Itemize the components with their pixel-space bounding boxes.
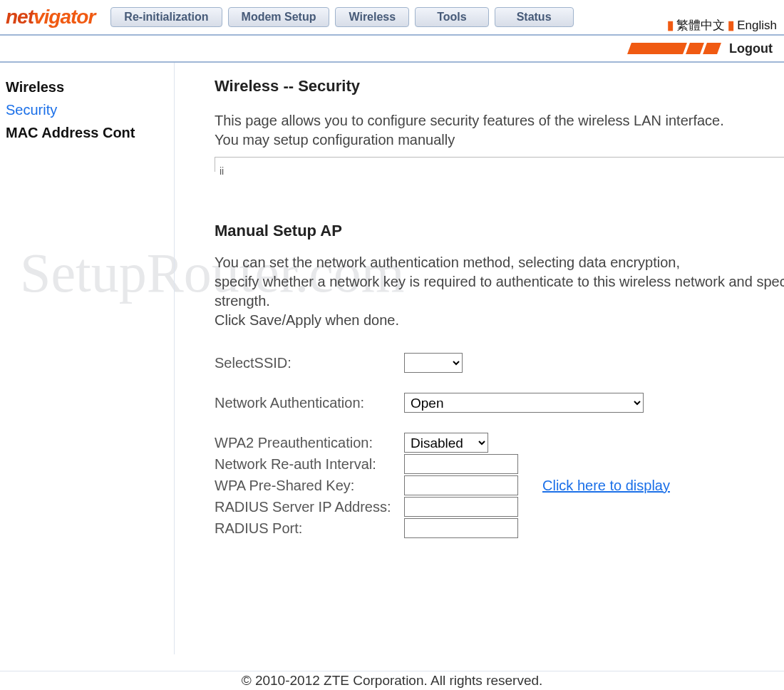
- accent-bars-icon: [629, 43, 719, 54]
- input-wpa-pre-shared-key[interactable]: [404, 475, 518, 495]
- nav-status[interactable]: Status: [495, 7, 574, 27]
- intro-text-2: You may setup configuration manually: [215, 130, 784, 150]
- content-inner: Wireless -- Security This page allows yo…: [175, 63, 784, 654]
- brand-logo: netvigator: [6, 7, 110, 27]
- lang-marker-icon: ▮: [667, 18, 674, 33]
- select-network-authentication[interactable]: Open: [404, 393, 644, 413]
- select-ssid[interactable]: [404, 353, 463, 373]
- label-wpa-pre-shared-key: WPA Pre-Shared Key:: [215, 477, 400, 495]
- sidebar-item-security[interactable]: Security: [6, 98, 166, 121]
- top-header: netvigator Re-initialization Modem Setup…: [0, 0, 784, 36]
- label-select-ssid: SelectSSID:: [215, 354, 400, 372]
- logout-link[interactable]: Logout: [729, 41, 773, 56]
- lang-en-link[interactable]: English: [737, 19, 777, 33]
- nav-reinitialization[interactable]: Re-initialization: [110, 7, 222, 27]
- fieldset-label: ii: [220, 165, 224, 177]
- select-wpa2-preauthentication[interactable]: Disabled: [404, 433, 488, 453]
- empty-fieldset: ii: [215, 157, 784, 172]
- lang-marker-icon: ▮: [728, 18, 734, 33]
- input-network-reauth-interval[interactable]: [404, 454, 518, 474]
- sidebar-item-mac-address-control[interactable]: MAC Address Cont: [6, 121, 166, 144]
- intro-text-1: This page allows you to configure securi…: [215, 111, 784, 130]
- secondary-header: Logout: [0, 36, 784, 63]
- link-click-here-to-display[interactable]: Click here to display: [542, 478, 670, 494]
- desc-text-2: specify whether a network key is require…: [215, 272, 784, 311]
- nav-wireless[interactable]: Wireless: [335, 7, 409, 27]
- page-body: Wireless Security MAC Address Cont Wirel…: [0, 63, 784, 654]
- label-network-reauth-interval: Network Re-auth Interval:: [215, 455, 400, 473]
- desc-text-3: Click Save/Apply when done.: [215, 311, 784, 330]
- input-radius-server-ip[interactable]: [404, 497, 518, 517]
- content-scroll-area[interactable]: Wireless -- Security This page allows yo…: [174, 63, 784, 654]
- label-network-authentication: Network Authentication:: [215, 394, 400, 412]
- nav-tools[interactable]: Tools: [415, 7, 488, 27]
- language-switcher: ▮ 繁體中文 ▮ English: [667, 17, 777, 34]
- footer-copyright: © 2010-2012 ZTE Corporation. All rights …: [0, 671, 784, 689]
- section-title-manual-setup-ap: Manual Setup AP: [215, 222, 784, 240]
- logo-part-1: net: [6, 6, 33, 28]
- nav-modem-setup[interactable]: Modem Setup: [228, 7, 330, 27]
- lang-zh-link[interactable]: 繁體中文: [676, 17, 725, 34]
- label-radius-port: RADIUS Port:: [215, 520, 400, 537]
- primary-nav: Re-initialization Modem Setup Wireless T…: [110, 7, 573, 27]
- sidebar-item-wireless[interactable]: Wireless: [6, 76, 166, 98]
- label-wpa2-preauthentication: WPA2 Preauthentication:: [215, 434, 400, 452]
- label-radius-server-ip: RADIUS Server IP Address:: [215, 498, 400, 516]
- desc-text-1: You can set the network authentication m…: [215, 253, 784, 272]
- page-title: Wireless -- Security: [215, 77, 784, 96]
- input-radius-port[interactable]: [404, 518, 518, 538]
- sidebar: Wireless Security MAC Address Cont: [6, 76, 166, 144]
- logo-part-2: vigator: [33, 6, 95, 28]
